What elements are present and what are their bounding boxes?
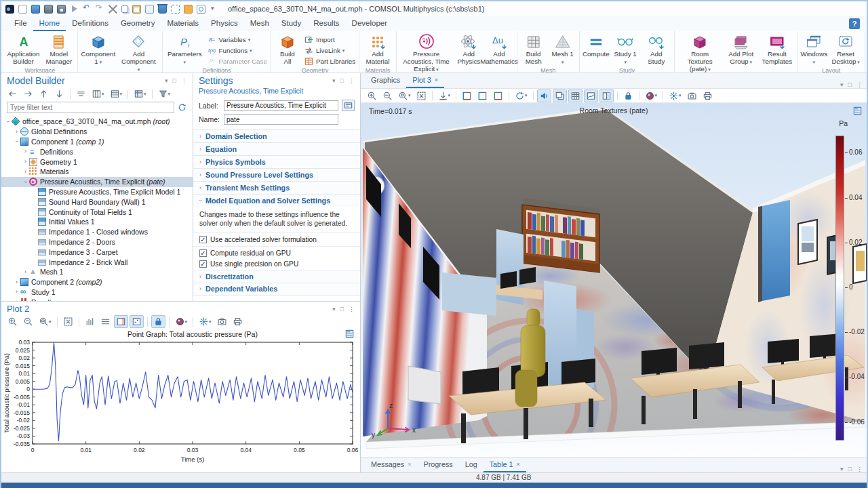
ribbon-button-add-physics[interactable]: Add Physics	[456, 33, 481, 66]
open-icon[interactable]	[31, 5, 40, 14]
ribbon-button-add-component[interactable]: Add Component ▾	[119, 33, 159, 73]
columns-2-button[interactable]: ▾	[108, 87, 125, 100]
panel-detach-icon[interactable]: □	[848, 466, 852, 472]
sound-button[interactable]	[537, 89, 551, 102]
tab-graphics[interactable]: Graphics	[365, 74, 406, 88]
tree-item-impedance-2-brick-wall[interactable]: Impedance 2 - Brick Wall	[1, 257, 193, 267]
image-snapshot-button[interactable]	[685, 89, 699, 102]
duplicate-icon[interactable]	[145, 5, 154, 14]
ribbon-button-compute[interactable]: Compute	[583, 33, 610, 59]
dock-tab-table-1[interactable]: Table 1×	[484, 458, 526, 472]
new-icon[interactable]	[18, 5, 27, 14]
view-xz-button[interactable]	[491, 89, 505, 102]
zoom-out-button[interactable]	[380, 89, 395, 102]
tree-expander-icon[interactable]: ›	[22, 178, 29, 186]
columns-3-button[interactable]: ▾	[132, 87, 149, 100]
rename-button[interactable]	[342, 100, 355, 111]
lock-axes-button[interactable]	[151, 315, 165, 328]
columns-1-button[interactable]: ▾	[90, 87, 106, 100]
tree-expander-icon[interactable]: ›	[13, 279, 20, 286]
dock-tab-log[interactable]: Log	[459, 458, 484, 472]
panel-more-icon[interactable]: ⋮	[856, 466, 863, 472]
panel-detach-icon[interactable]: □	[340, 77, 344, 84]
plot-settings-button[interactable]	[584, 89, 598, 102]
back-button[interactable]	[5, 87, 20, 100]
panel-more-icon[interactable]: ⋮	[349, 77, 355, 84]
view-yz-button[interactable]	[475, 89, 490, 102]
ribbon-tab-mesh[interactable]: Mesh	[244, 17, 275, 31]
data-markers-button[interactable]	[130, 315, 144, 328]
save-as-icon[interactable]	[57, 5, 66, 14]
view-xy-button[interactable]	[460, 89, 474, 102]
tree-filter-input[interactable]	[7, 102, 174, 113]
copy-image-button[interactable]	[553, 89, 567, 102]
dock-tab-messages[interactable]: Messages×	[365, 458, 417, 472]
panel-dropdown-icon[interactable]: ▾	[332, 77, 336, 84]
ribbon-button-build-mesh[interactable]: Build Mesh	[521, 33, 547, 66]
grid-lines-button[interactable]	[98, 315, 113, 328]
ribbon-button-mesh-1[interactable]: Mesh 1 ▾	[550, 33, 576, 66]
y-axis-data-button[interactable]	[83, 315, 97, 328]
ribbon-button-add-material[interactable]: Add Material	[363, 33, 393, 66]
appearance-button[interactable]: ▾	[643, 89, 660, 102]
ribbon-button-add-plot-group[interactable]: Add Plot Group ▾	[725, 33, 757, 66]
tree-item-mesh-1[interactable]: ›Mesh 1	[1, 267, 193, 277]
appearance-button[interactable]: ▾	[173, 315, 190, 328]
ribbon-tab-results[interactable]: Results	[307, 17, 345, 31]
zoom-extents-button[interactable]	[414, 89, 429, 102]
ribbon-button-part-libraries[interactable]: Part Libraries	[304, 56, 355, 66]
section-transient-mesh-settings[interactable]: ›Transient Mesh Settings	[193, 181, 360, 194]
ribbon-button-model-manager[interactable]: Model Manager	[44, 33, 74, 66]
checkbox[interactable]: ✓	[199, 249, 207, 257]
ribbon-tab-physics[interactable]: Physics	[205, 17, 244, 31]
point-graph[interactable]: Point Graph: Total acoustic pressure (Pa…	[1, 329, 361, 470]
clip-plane-button[interactable]	[599, 89, 614, 102]
refresh-icon[interactable]	[177, 102, 187, 113]
panel-dropdown-icon[interactable]: ▾	[332, 306, 336, 312]
image-snapshot-button[interactable]	[215, 315, 229, 328]
run-icon[interactable]	[70, 5, 79, 14]
default-view-button[interactable]: ▾	[436, 89, 453, 102]
dock-tab-progress[interactable]: Progress	[417, 458, 458, 472]
ribbon-button-pressure-acoustics-time-explicit[interactable]: nPressure Acoustics, Time Explicit ▾	[400, 33, 453, 73]
ribbon-tab-study[interactable]: Study	[275, 17, 307, 31]
ribbon-button-room-textures-pate[interactable]: Room Textures (pate) ▾	[678, 33, 722, 73]
tree-expander-icon[interactable]: ›	[22, 148, 29, 155]
panel-dropdown-icon[interactable]: ▾	[165, 77, 168, 84]
panel-dropdown-icon[interactable]: ▾	[840, 81, 844, 88]
highlight-icon[interactable]	[184, 5, 193, 14]
name-field[interactable]	[224, 114, 338, 125]
rotate-button[interactable]: ▾	[513, 89, 530, 102]
ribbon-button-add-study[interactable]: Add Study	[642, 33, 671, 66]
tree-item-definitions[interactable]: ›Definitions	[1, 146, 193, 157]
tree-item-study-1[interactable]: ›Study 1	[1, 287, 193, 298]
axis-limits-button[interactable]	[114, 315, 128, 328]
tree-item-sound-hard-boundary-wall-1[interactable]: Sound Hard Boundary (Wall) 1	[1, 197, 193, 207]
tree-item-impedance-1-closed-windows[interactable]: Impedance 1 - Closed windows	[1, 227, 193, 237]
panel-detach-icon[interactable]: □	[173, 77, 176, 84]
filter-button[interactable]: ▾	[156, 87, 173, 100]
section-domain-selection[interactable]: ›Domain Selection	[193, 129, 360, 142]
tree-expander-icon[interactable]: ›	[4, 118, 12, 125]
tree-item-pressure-acoustics-time-explicit[interactable]: ›Pressure Acoustics, Time Explicit(pate)	[1, 177, 193, 187]
table-data-button[interactable]	[568, 89, 583, 102]
ribbon-button-reset-desktop[interactable]: Reset Desktop ▾	[830, 33, 861, 66]
tree-expander-icon[interactable]: ›	[13, 128, 20, 136]
tree-item-materials[interactable]: ›Materials	[1, 167, 193, 177]
tree-expander-icon[interactable]: ›	[13, 138, 20, 145]
tab-plot-3[interactable]: Plot 3×	[406, 74, 444, 88]
panel-detach-icon[interactable]: □	[848, 81, 852, 88]
tree-item-continuity-of-total-fields-1[interactable]: Continuity of Total Fields 1	[1, 207, 193, 217]
panel-more-icon[interactable]: ⋮	[856, 81, 863, 88]
zoom-in-button[interactable]	[5, 315, 20, 328]
collapse-button[interactable]	[74, 87, 88, 100]
more-icon[interactable]	[210, 5, 218, 14]
close-icon[interactable]: ×	[408, 461, 411, 468]
plot2-chart-area[interactable]: Point Graph: Total acoustic pressure (Pa…	[1, 329, 360, 473]
print-button[interactable]	[701, 89, 715, 102]
legend-toggle-icon[interactable]	[344, 329, 355, 339]
ribbon-button-windows[interactable]: Windows ▾	[801, 33, 827, 66]
ribbon-button-livelink[interactable]: LiveLink▾	[304, 45, 355, 56]
help-button[interactable]: ?	[849, 18, 860, 29]
panel-more-icon[interactable]: ⋮	[181, 77, 187, 84]
